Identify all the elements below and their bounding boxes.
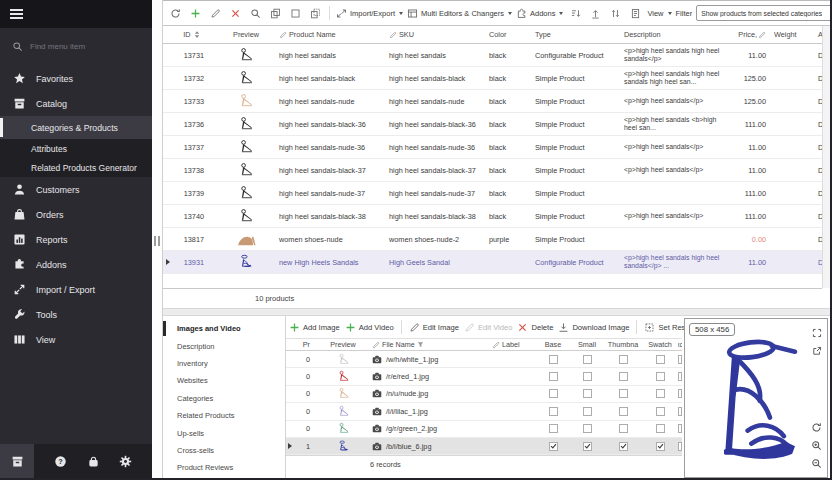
image-row[interactable]: 0 /l/i/lilac_1.jpg xyxy=(286,403,682,420)
column-header[interactable]: Color xyxy=(486,30,532,39)
product-row[interactable]: 13731 high heel sandals high heel sandal… xyxy=(163,44,822,67)
column-header[interactable]: Preview xyxy=(316,340,370,349)
sidebar-item-catalog[interactable]: Catalog xyxy=(0,91,152,116)
sidebar-splitter[interactable] xyxy=(152,0,163,478)
copy-icon[interactable] xyxy=(267,5,283,21)
checkbox[interactable] xyxy=(583,424,592,433)
sidebar-search-input[interactable]: Find menu item xyxy=(0,34,152,58)
sidebar-item-categories-products[interactable]: Categories & Products xyxy=(0,116,152,139)
arrows-updown-icon[interactable] xyxy=(607,5,623,21)
column-header[interactable]: Pr xyxy=(294,340,316,349)
checkbox[interactable] xyxy=(583,372,592,381)
sidebar-item-related-products-generator[interactable]: Related Products Generator xyxy=(0,158,152,177)
image-row[interactable]: 0 /w/h/white_1.jpg xyxy=(286,351,682,368)
add-image-button[interactable]: Add Image xyxy=(289,322,340,333)
download-image-button[interactable]: Download Image xyxy=(558,322,629,333)
checkbox[interactable] xyxy=(549,355,558,364)
image-row[interactable]: 0 /r/e/red_1.jpg xyxy=(286,368,682,385)
help-icon[interactable]: ? xyxy=(54,455,67,468)
product-row[interactable]: 13736 high heel sandals-black-36 high he… xyxy=(163,113,822,136)
checkbox[interactable] xyxy=(583,407,592,416)
expand-icon[interactable] xyxy=(812,324,822,342)
checkbox[interactable] xyxy=(549,407,558,416)
checkbox[interactable] xyxy=(656,355,665,364)
checkbox[interactable] xyxy=(656,372,665,381)
refresh-icon[interactable] xyxy=(167,5,183,21)
sidebar-item-addons[interactable]: Addons xyxy=(0,252,152,277)
column-header[interactable]: Product Name xyxy=(276,30,386,39)
sidebar-item-favorites[interactable]: Favorites xyxy=(0,66,152,91)
catalog-shortcut-button[interactable] xyxy=(0,444,34,478)
multi-editors-button[interactable]: Multi Editors & Changers xyxy=(407,8,512,19)
column-header[interactable]: Description xyxy=(618,31,730,39)
edit-image-button[interactable]: Edit Image xyxy=(409,322,459,333)
sidebar-item-attributes[interactable]: Attributes xyxy=(0,139,152,158)
tab-categories[interactable]: Categories xyxy=(163,390,285,407)
duplicate-icon[interactable] xyxy=(307,5,323,21)
sidebar-item-customers[interactable]: Customers xyxy=(0,177,152,202)
column-header[interactable]: Base xyxy=(536,340,570,349)
view-button[interactable]: View xyxy=(647,9,671,18)
addons-button[interactable]: Addons xyxy=(516,8,563,19)
column-header[interactable]: Weight xyxy=(774,30,812,39)
checkbox[interactable] xyxy=(656,407,665,416)
tab-related-products[interactable]: Related Products xyxy=(163,407,285,424)
add-video-button[interactable]: Add Video xyxy=(345,322,394,333)
pencil-icon[interactable] xyxy=(207,5,223,21)
edit-video-button[interactable]: Edit Video xyxy=(464,322,512,333)
checkbox[interactable] xyxy=(549,372,558,381)
sidebar-item-view[interactable]: View xyxy=(0,327,152,352)
checkbox[interactable] xyxy=(619,355,628,364)
tab-cross-sells[interactable]: Cross-sells xyxy=(163,442,285,459)
product-row[interactable]: 13733 high heel sandals-nude high heel s… xyxy=(163,90,822,113)
checkbox[interactable] xyxy=(678,407,682,416)
delete-image-button[interactable]: Delete xyxy=(517,322,553,333)
column-header[interactable]: Label xyxy=(490,340,536,349)
checkbox[interactable] xyxy=(583,442,592,451)
page-export-icon[interactable] xyxy=(627,5,643,21)
checkbox[interactable] xyxy=(619,389,628,398)
tab-websites[interactable]: Websites xyxy=(163,372,285,389)
column-header[interactable]: ID xyxy=(172,30,216,39)
column-header[interactable]: SKU xyxy=(386,30,486,39)
checkbox[interactable] xyxy=(678,442,682,451)
checkbox[interactable] xyxy=(549,424,558,433)
tab-images-and-video[interactable]: Images and Video xyxy=(163,320,285,337)
product-row[interactable]: 13817 women shoes-nude women shoes-nude-… xyxy=(163,228,822,251)
search-icon[interactable] xyxy=(247,5,263,21)
arrow-up-icon[interactable] xyxy=(587,5,603,21)
add-icon[interactable] xyxy=(187,5,203,21)
column-header[interactable]: Thumbna xyxy=(604,340,642,349)
lock-icon[interactable] xyxy=(87,455,100,468)
checkbox[interactable] xyxy=(656,424,665,433)
menu-toggle-button[interactable] xyxy=(0,0,152,28)
filter-select[interactable]: Show products from selected categories xyxy=(696,5,832,21)
tab-description[interactable]: Description xyxy=(163,337,285,354)
column-header[interactable]: Small xyxy=(570,340,604,349)
checkbox[interactable] xyxy=(678,424,682,433)
product-row[interactable]: 13931 new High Heels Sandals High Geels … xyxy=(163,251,822,274)
external-link-icon[interactable] xyxy=(812,342,822,360)
checkbox[interactable] xyxy=(583,355,592,364)
import-export-button[interactable]: Import/Export xyxy=(336,8,403,19)
checkbox[interactable] xyxy=(619,407,628,416)
checkbox[interactable] xyxy=(619,442,628,451)
image-row[interactable]: 0 /n/u/nude.jpg xyxy=(286,386,682,403)
image-row[interactable]: 1 /b/l/blue_6.jpg xyxy=(286,438,682,455)
horizontal-splitter[interactable] xyxy=(163,308,830,316)
checkbox[interactable] xyxy=(619,424,628,433)
column-header[interactable]: Preview xyxy=(216,30,276,39)
product-row[interactable]: 13738 high heel sandals-black-37 high he… xyxy=(163,159,822,182)
sidebar-item-reports[interactable]: Reports xyxy=(0,227,152,252)
refresh-icon[interactable] xyxy=(811,419,822,437)
product-row[interactable]: 13740 high heel sandals-black-38 high he… xyxy=(163,205,822,228)
sidebar-item-import-export[interactable]: Import / Export xyxy=(0,277,152,302)
checkbox[interactable] xyxy=(583,389,592,398)
tab-inventory[interactable]: Inventory xyxy=(163,355,285,372)
image-row[interactable]: 0 /g/r/green_2.jpg xyxy=(286,421,682,438)
column-header[interactable]: Type xyxy=(532,30,618,39)
column-header[interactable]: Attribute Set Name xyxy=(812,30,822,39)
checkbox[interactable] xyxy=(678,372,682,381)
column-header[interactable]: Swatch xyxy=(642,340,678,349)
column-header[interactable]: Exclude xyxy=(678,340,682,349)
